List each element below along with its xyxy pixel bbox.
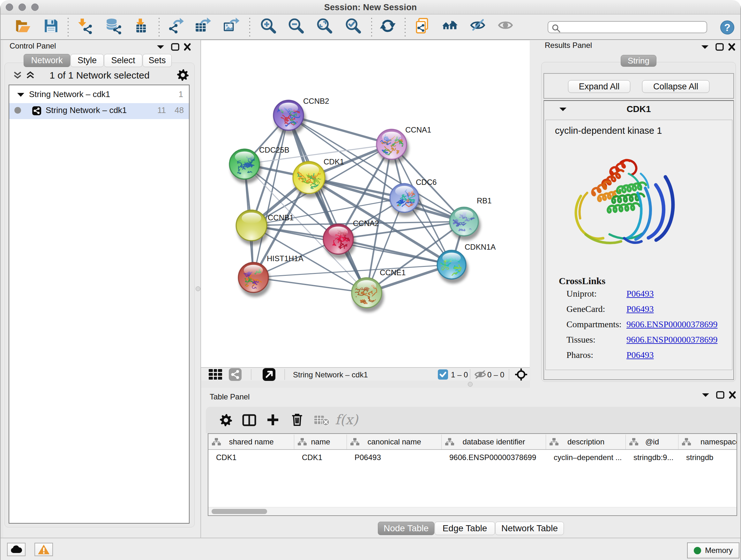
- results-panel-menu-icon[interactable]: [700, 44, 710, 50]
- network-options-gear-icon[interactable]: [177, 69, 189, 81]
- crosslink-link[interactable]: 9606.ENSP00000378699: [626, 334, 718, 345]
- birdseye-crosshair-icon[interactable]: [515, 368, 527, 381]
- node-CCNB2[interactable]: [273, 100, 306, 135]
- table-cell[interactable]: CDK1: [216, 453, 293, 462]
- show-all-button[interactable]: [497, 17, 515, 35]
- control-tab-select[interactable]: Select: [104, 54, 142, 67]
- crosslink-link[interactable]: P06493: [626, 350, 654, 360]
- splitter-handle[interactable]: [468, 382, 473, 387]
- column-header-namespace[interactable]: namespace: [678, 434, 737, 450]
- help-button[interactable]: ?: [720, 20, 735, 35]
- node-CDK1[interactable]: [293, 162, 327, 198]
- grid-view-icon[interactable]: [208, 369, 223, 380]
- scrollbar-thumb[interactable]: [212, 509, 267, 514]
- results-panel-float-icon[interactable]: [715, 43, 724, 51]
- save-session-button[interactable]: [43, 17, 60, 35]
- edge-CCNB2-HIST1H1A[interactable]: [253, 115, 288, 277]
- network-collection-row[interactable]: String Network – cdk1 1: [9, 87, 189, 103]
- table-horizontal-scrollbar[interactable]: [208, 507, 737, 515]
- search-input[interactable]: [548, 21, 707, 33]
- import-network-database-button[interactable]: [105, 17, 122, 35]
- column-header-canonicalname[interactable]: canonical name: [347, 434, 442, 450]
- zoom-in-icon: [260, 17, 277, 35]
- copy-network-button[interactable]: [414, 17, 431, 35]
- node-RB1[interactable]: [449, 207, 481, 240]
- table-cell[interactable]: stringdb: [686, 453, 737, 462]
- table-function-builder-icon: f(x): [335, 412, 358, 428]
- zoom-out-button[interactable]: [287, 17, 305, 35]
- node-CDC25B[interactable]: [229, 149, 262, 184]
- node-CCNA1[interactable]: [377, 129, 409, 164]
- table-delete-column-icon[interactable]: [291, 413, 304, 427]
- crosslink-link[interactable]: P06493: [626, 304, 654, 314]
- node-CDC6[interactable]: [390, 184, 421, 217]
- column-header-name[interactable]: name: [294, 434, 347, 450]
- table-settings-gear-icon[interactable]: [219, 414, 232, 427]
- network-edges: [245, 115, 464, 293]
- control-tab-network[interactable]: Network: [23, 54, 70, 67]
- apply-layout-button[interactable]: [379, 17, 396, 35]
- table-cell[interactable]: CDK1: [302, 453, 346, 462]
- import-table-file-button[interactable]: [134, 17, 151, 35]
- zoom-in-button[interactable]: [260, 17, 277, 35]
- export-image-button[interactable]: [222, 17, 239, 35]
- table-panel-float-icon[interactable]: [716, 390, 725, 399]
- node-CDKN1A[interactable]: [437, 250, 468, 284]
- open-in-window-icon[interactable]: [263, 368, 275, 381]
- column-header-id[interactable]: @id: [626, 434, 678, 450]
- export-network-button[interactable]: [167, 17, 185, 35]
- control-tab-style[interactable]: Style: [71, 54, 104, 67]
- memory-button[interactable]: Memory: [687, 543, 739, 558]
- control-panel-menu-icon[interactable]: [156, 44, 165, 50]
- node-label-RB1: RB1: [477, 196, 492, 205]
- import-network-file-button[interactable]: [76, 17, 93, 35]
- open-file-button[interactable]: [14, 17, 31, 35]
- first-neighbors-button[interactable]: [442, 17, 459, 35]
- table-cell[interactable]: 9606.ENSP00000378699: [449, 453, 545, 462]
- statusbar-separator: [251, 369, 252, 380]
- control-panel-close-icon[interactable]: [183, 43, 192, 51]
- import-network-file-icon: [76, 17, 93, 35]
- export-table-button[interactable]: [194, 17, 211, 35]
- zoom-selected-button[interactable]: [345, 17, 362, 35]
- column-header-databaseidentifier[interactable]: database identifier: [442, 434, 546, 450]
- cloud-button[interactable]: [7, 543, 25, 556]
- column-header-sharedname[interactable]: shared name: [208, 434, 294, 450]
- tab-edge-table[interactable]: Edge Table: [434, 522, 495, 535]
- tab-string[interactable]: String: [621, 55, 657, 67]
- network-canvas[interactable]: CCNB2CCNA1CDC25BCDK1CDC6RB1CCNB1CCNA2CDK…: [201, 40, 530, 367]
- splitter-handle[interactable]: [196, 287, 200, 291]
- table-panel-menu-icon[interactable]: [701, 392, 711, 398]
- table-add-column-icon[interactable]: [266, 413, 280, 427]
- selected-checkbox-icon[interactable]: [437, 369, 448, 380]
- table-panel-close-icon[interactable]: [728, 390, 737, 399]
- node-CCNA2[interactable]: [323, 224, 355, 259]
- table-cell[interactable]: stringdb:9...: [633, 453, 677, 462]
- hide-selected-button[interactable]: [470, 17, 487, 35]
- column-header-description[interactable]: description: [546, 434, 626, 450]
- zoom-fit-button[interactable]: [316, 17, 333, 35]
- expand-all-button[interactable]: Expand All: [568, 80, 630, 93]
- expand-collapse-bar: Expand All Collapse All: [543, 73, 734, 99]
- table-cell[interactable]: P06493: [354, 453, 441, 462]
- results-panel-close-icon[interactable]: [727, 43, 737, 51]
- edge-CCNB2-CCNE1[interactable]: [288, 115, 367, 293]
- toolbar-separator: [371, 18, 372, 37]
- tab-network-table[interactable]: Network Table: [495, 522, 564, 535]
- table-cell[interactable]: cyclin–dependent ...: [554, 453, 624, 462]
- warnings-button[interactable]: [35, 543, 53, 556]
- crosslink-link[interactable]: P06493: [626, 289, 654, 299]
- network-row[interactable]: String Network – cdk1 11 48: [9, 103, 189, 119]
- node-label-CCNB1: CCNB1: [268, 213, 293, 222]
- table-toolbar: f(x): [206, 407, 741, 433]
- table-columns-icon[interactable]: [242, 414, 257, 427]
- control-tab-sets[interactable]: Sets: [143, 54, 172, 67]
- node-HIST1H1A[interactable]: [239, 262, 271, 297]
- toolbar-separator: [405, 18, 406, 37]
- control-panel-float-icon[interactable]: [171, 43, 180, 51]
- tab-node-table[interactable]: Node Table: [378, 522, 434, 535]
- crosslink-link[interactable]: 9606.ENSP00000378699: [626, 319, 718, 329]
- network-share-badge-icon[interactable]: [228, 368, 242, 381]
- collection-expander-icon[interactable]: [16, 91, 25, 98]
- collapse-all-button[interactable]: Collapse All: [642, 80, 710, 93]
